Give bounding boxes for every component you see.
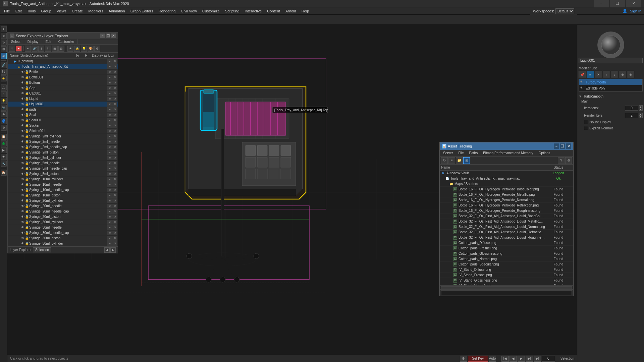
se-list-item[interactable]: 👁🔒 Syringe_20ml_needle ★ ⚙ xyxy=(8,203,118,209)
at-list-item[interactable]: 🖼 Bottle_16_Fl_Oz_Hydrogen_Peroxide_Refr… xyxy=(440,203,573,208)
row-action-gear[interactable]: ⚙ xyxy=(112,193,117,198)
row-action-star[interactable]: ★ xyxy=(107,177,112,182)
row-action-gear[interactable]: ⚙ xyxy=(112,80,117,85)
se-list-item[interactable]: 👁🔒 Syringe_20ml_needle_cap ★ ⚙ xyxy=(8,209,118,214)
at-tb-grid[interactable]: ⊞ xyxy=(463,157,470,164)
frame-input[interactable] xyxy=(542,356,555,362)
se-list-item[interactable]: 👁🔒 Bottom ★ ⚙ xyxy=(8,80,118,85)
se-list-item[interactable]: 👁🔒 Syringe_10ml_piston ★ ⚙ xyxy=(8,193,118,198)
lt-btn-spacewarps[interactable]: 🌀 xyxy=(1,118,7,124)
row-action-star[interactable]: ★ xyxy=(107,204,112,208)
se-tb-btn7[interactable]: ⊞ xyxy=(52,46,58,52)
prev-key-btn[interactable]: ◀ xyxy=(509,356,517,362)
at-hscrollbar[interactable] xyxy=(440,285,573,289)
lt-btn-select[interactable]: ✦ xyxy=(1,26,7,32)
row-action-star[interactable]: ★ xyxy=(107,193,112,198)
row-action-gear[interactable]: ⚙ xyxy=(112,123,117,128)
row-action-star[interactable]: ★ xyxy=(107,225,112,230)
row-action-gear[interactable]: ⚙ xyxy=(112,204,117,208)
row-action-gear[interactable]: ⚙ xyxy=(112,161,117,166)
row-action-gear[interactable]: ⚙ xyxy=(112,86,117,90)
row-action-star[interactable]: ★ xyxy=(107,161,112,166)
se-tb-btn6[interactable]: ⬇ xyxy=(45,46,51,52)
lt-btn-display[interactable]: 👁 xyxy=(1,154,7,160)
row-action-star[interactable]: ★ xyxy=(107,102,112,107)
isoline-checkbox[interactable] xyxy=(584,120,588,124)
se-list-item[interactable]: 👁🔒 Syringe_5ml_needle_cap ★ ⚙ xyxy=(8,166,118,171)
asset-tracking-list[interactable]: 🖥 Autodesk Vault Logged 📄 Tools_Tray_and… xyxy=(440,171,573,285)
row-action-gear[interactable]: ⚙ xyxy=(112,70,117,74)
se-list-item[interactable]: 👁🔒 Syringe_20ml_piston ★ ⚙ xyxy=(8,214,118,220)
at-tb-refresh[interactable]: ↻ xyxy=(441,157,448,164)
row-action-star[interactable]: ★ xyxy=(107,231,112,235)
row-action-gear[interactable]: ⚙ xyxy=(112,134,117,139)
restore-button[interactable]: ❐ xyxy=(610,0,625,7)
row-action-gear[interactable]: ⚙ xyxy=(112,145,117,149)
se-tb-btn1[interactable]: ✕ xyxy=(9,46,15,52)
se-list-item[interactable]: 👁🔒 Syringe_5ml_needle ★ ⚙ xyxy=(8,161,118,166)
se-tab-customize[interactable]: Customize xyxy=(55,39,78,44)
se-list-item[interactable]: 👁🔒 Syringe_10ml_needle ★ ⚙ xyxy=(8,182,118,187)
se-list-item[interactable]: 👁🔒 Syringe_30ml_cylinder ★ ⚙ xyxy=(8,220,118,225)
se-list-item[interactable]: 👁🔒 Sticker ★ ⚙ xyxy=(8,123,118,128)
at-list-item[interactable]: 🖼 Bottle_16_Fl_Oz_Hydrogen_Peroxide_Roug… xyxy=(440,208,573,214)
key-filter-btn[interactable]: ⚙ xyxy=(460,356,467,362)
lt-btn-systems[interactable]: ⚙ xyxy=(1,125,7,131)
se-list-item[interactable]: 👁🔒 Syringe_10ml_needle_cap ★ ⚙ xyxy=(8,187,118,193)
se-minimize-btn[interactable]: − xyxy=(100,34,105,38)
menu-item-tools[interactable]: Tools xyxy=(24,7,39,15)
at-list-item[interactable]: 🖼 Cotton_pads_Normal.png Found xyxy=(440,256,573,262)
at-menu-options[interactable]: Options xyxy=(537,151,552,155)
se-tb-btn10[interactable]: 🔒 xyxy=(74,46,80,52)
se-list-item[interactable]: 👁🔒 Syringe_5ml_cylinder ★ ⚙ xyxy=(8,155,118,161)
se-list-item[interactable]: ⊞ Tools_Tray_and_Antiseptic_Kit ★ ⚙ xyxy=(8,64,118,69)
row-action-gear[interactable]: ⚙ xyxy=(112,215,117,219)
at-hscroll-thumb[interactable] xyxy=(441,286,572,289)
row-action-star[interactable]: ★ xyxy=(107,80,112,85)
render-iters-input[interactable] xyxy=(625,113,638,118)
row-action-gear[interactable]: ⚙ xyxy=(112,241,117,246)
se-tb-btn13[interactable]: ⚙ xyxy=(94,46,100,52)
menu-item-content[interactable]: Content xyxy=(264,7,283,15)
row-action-gear[interactable]: ⚙ xyxy=(112,172,117,176)
object-name-input[interactable] xyxy=(579,58,643,63)
row-action-star[interactable]: ★ xyxy=(107,70,112,74)
lt-btn-shapes[interactable]: ○ xyxy=(1,91,7,97)
mod-show-btn[interactable]: ≡ xyxy=(587,71,594,78)
se-scroll-left[interactable]: ◀ xyxy=(104,247,110,253)
menu-item-rendering[interactable]: Rendering xyxy=(156,7,178,15)
menu-item-scripting[interactable]: Scripting xyxy=(222,7,242,15)
row-action-star[interactable]: ★ xyxy=(107,209,112,214)
row-action-gear[interactable]: ⚙ xyxy=(112,64,117,69)
row-action-gear[interactable]: ⚙ xyxy=(112,97,117,101)
lt-btn-hierarchy[interactable]: 🌲 xyxy=(1,140,7,146)
menu-item-customize[interactable]: Customize xyxy=(200,7,222,15)
play-btn[interactable]: ▶ xyxy=(518,356,525,362)
at-list-item[interactable]: 🖥 Autodesk Vault Logged xyxy=(440,171,573,176)
set-key-btn[interactable]: Set Key xyxy=(468,356,488,362)
at-search-input[interactable] xyxy=(441,290,572,295)
se-list-item[interactable]: 👁🔒 Syringe_30ml_needle_cap ★ ⚙ xyxy=(8,230,118,236)
next-key-btn[interactable]: ▶| xyxy=(526,356,533,362)
se-tb-btn2[interactable]: ● xyxy=(16,46,22,52)
at-list-item[interactable]: 📄 Tools_Tray_and_Antiseptic_Kit_max_vray… xyxy=(440,176,573,181)
se-tb-btn11[interactable]: 💡 xyxy=(81,46,87,52)
workspaces-select[interactable]: Default xyxy=(555,8,574,14)
at-list-item[interactable]: 🖼 Cotton_pads_Glossiness.png Found xyxy=(440,251,573,256)
auto-key-btn[interactable]: Auto xyxy=(489,356,496,362)
row-action-star[interactable]: ★ xyxy=(107,172,112,176)
lt-btn-rotate[interactable]: ↻ xyxy=(1,40,7,46)
se-list-item[interactable]: 👁🔒 Syringe_50ml_cylinder ★ ⚙ xyxy=(8,241,118,246)
at-list-item[interactable]: 🖼 Bottle_32_Fl_Oz_First_Aid_Antiseptic_L… xyxy=(440,214,573,219)
at-menu-paths[interactable]: Paths xyxy=(467,151,480,155)
row-action-gear[interactable]: ⚙ xyxy=(112,231,117,235)
row-action-gear[interactable]: ⚙ xyxy=(112,150,117,155)
row-action-gear[interactable]: ⚙ xyxy=(112,102,117,107)
se-tb-btn4[interactable]: 🔗 xyxy=(32,46,38,52)
mod-down-btn[interactable]: ↓ xyxy=(611,71,618,78)
menu-item-group[interactable]: Group xyxy=(38,7,54,15)
se-list-item[interactable]: 👁🔒 Liquid ★ ⚙ xyxy=(8,96,118,102)
last-frame-btn[interactable]: ▶| xyxy=(534,356,541,362)
at-list-item[interactable]: 🖼 Cotton_pads_Fresnel.png Found xyxy=(440,246,573,251)
at-tb-folder[interactable]: 📁 xyxy=(456,157,463,164)
